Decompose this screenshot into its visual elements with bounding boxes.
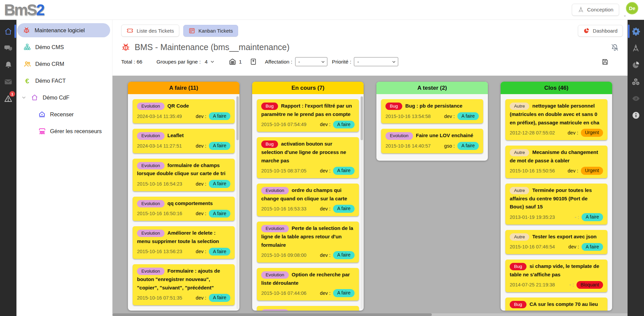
column-scrollbar-thumb[interactable] [361, 96, 363, 140]
kanban-column-body: EvolutionQR Code2024-03-14 11:35:49dev :… [128, 94, 239, 311]
save-button[interactable] [601, 58, 609, 66]
avatar-wrap: De ⌄ [626, 2, 639, 17]
horizontal-scrollbar-thumb[interactable] [112, 313, 432, 316]
sidebar-item-demo-cdf[interactable]: Démo CdF [16, 89, 112, 106]
ticket-card[interactable]: EvolutionAméliorer le delete : menu supp… [133, 226, 235, 259]
ticket-card[interactable]: BugRapport : l'export filtré par un para… [257, 99, 359, 132]
ticket-card[interactable]: Evolutionformulaire de champs lorsque do… [133, 159, 235, 191]
ticket-card-foot: 2015-10-16 14:40:57gso :A faire [385, 142, 479, 150]
ticket-card-head: EvolutionOption de recherche par liste d… [261, 271, 355, 287]
ticket-card[interactable]: Autrenettoyage table personnel (matricul… [505, 99, 607, 140]
pie-chart-icon [583, 28, 590, 34]
ticket-card[interactable]: Evolutionqq comportements2015-10-16 16:5… [133, 197, 235, 221]
kanban-board: A faire (11)EvolutionQR Code2024-03-14 1… [112, 76, 628, 316]
ticket-status-badge: A faire [333, 289, 355, 297]
ticket-card-foot: 2015-10-16 07:44:06dev :A faire [261, 289, 355, 297]
ticket-type-badge: Autre [510, 149, 529, 156]
ticket-card[interactable]: AutreMecanisme du changement de mot de p… [505, 146, 607, 178]
ticket-card[interactable]: EvolutionFaire une LOV enchainé2015-10-1… [381, 129, 483, 153]
gear-icon[interactable] [628, 23, 644, 40]
ticket-type-badge: Bug [510, 263, 526, 270]
dashboard-label: Dashboard [593, 28, 617, 34]
home-icon[interactable] [0, 23, 16, 40]
conception-label: Conception [587, 7, 613, 13]
ticket-card-foot: 2015-10-16 07:46:54dev :A faire [510, 243, 603, 251]
ticket-card[interactable]: AutreTester les export avec json2015-10-… [505, 230, 607, 254]
groups-per-line-select[interactable]: 4 [205, 59, 215, 65]
pie-chart-icon[interactable] [628, 56, 644, 73]
ticket-date: 2015-10-16 16:50:16 [137, 211, 182, 216]
tab-liste-des-tickets[interactable]: Liste des Tickets [121, 25, 179, 37]
column-scrollbar-thumb[interactable] [236, 96, 239, 140]
ticket-date: 2015-10-16 16:53:33 [261, 206, 307, 211]
ticket-card[interactable]: BugCA sur les compte 70 au lieu de 72013… [505, 298, 607, 311]
sidebar-item-gerer-les-recenseurs[interactable]: Gérer les recenseurs [16, 123, 112, 140]
app-logo[interactable]: BmS2 [4, 2, 44, 17]
kanban-column-body: BugBug : pb de persistance2015-10-16 13:… [376, 94, 488, 161]
bell-icon[interactable] [0, 56, 16, 73]
ticket-status-badge: A faire [582, 213, 603, 221]
dashboard-button[interactable]: Dashboard [578, 25, 623, 37]
ticket-status-badge: Urgent [581, 167, 603, 175]
sidebar-item-demo-fact[interactable]: € Démo FACT [16, 72, 112, 89]
ticket-card[interactable]: EvolutionPerte de la selection de la lig… [257, 222, 359, 263]
avatar-chevron-icon[interactable]: ⌄ [623, 13, 627, 17]
cubes-icon[interactable] [628, 73, 644, 90]
ticket-card[interactable]: Bugsi champ vide, le template de table n… [505, 260, 607, 292]
sidebar-item-demo-crm[interactable]: Démo CRM [16, 55, 112, 72]
house-census-icon [38, 110, 46, 118]
info-icon[interactable] [628, 107, 644, 124]
sidebar: Maintenance logiciel Démo CMS Démo CR [16, 20, 112, 316]
ticket-card-head: EvolutionFaire une LOV enchainé [385, 131, 479, 140]
sidebar-item-recenser[interactable]: Recenser [16, 106, 112, 123]
ticket-date: 2015-10-16 07:51:35 [137, 295, 182, 301]
ticket-card[interactable]: Bugactivation bouton sur selection d'une… [257, 137, 359, 178]
chat-icon[interactable] [0, 40, 16, 56]
add-page-button[interactable] [250, 58, 257, 65]
mail-icon[interactable] [0, 73, 16, 90]
conception-button[interactable]: Conception [572, 4, 619, 16]
ticket-card[interactable]: Evolutioncomposant bouton de commande (f… [257, 306, 359, 311]
ticket-card[interactable]: EvolutionFormulaire : ajouts de bouton "… [133, 264, 235, 305]
ticket-card-head: Bugsi champ vide, le template de table n… [510, 262, 603, 279]
alerts-icon[interactable]: 1 [0, 90, 16, 107]
compass-icon[interactable] [628, 40, 644, 56]
priorite-label: Priorité : [332, 59, 352, 65]
ticket-type-badge: Evolution [261, 271, 289, 279]
ticket-status-badge: A faire [457, 142, 479, 150]
horizontal-scrollbar[interactable] [112, 313, 628, 316]
eye-icon[interactable] [628, 90, 644, 107]
ticket-date: 2012-12-28 07:55:02 [510, 130, 555, 135]
chevron-down-icon[interactable] [21, 95, 27, 100]
ticket-card[interactable]: AutreTerminée pour toutes les affaires d… [505, 184, 607, 225]
kanban-column-2: En cours (7)BugRapport : l'export filtré… [252, 82, 364, 311]
right-rail [628, 20, 644, 316]
priorite-select[interactable]: - [354, 57, 398, 66]
ticket-card[interactable]: Evolutionordre du champs qui change quan… [257, 184, 359, 216]
ticket-card[interactable]: EvolutionLeaflet2024-03-14 11:27:51dev :… [133, 129, 235, 153]
column-scrollbar[interactable] [361, 96, 363, 309]
avatar[interactable]: De [626, 2, 638, 14]
file-plus-icon [250, 58, 257, 65]
board-layout-button[interactable]: 1 [229, 58, 242, 66]
ticket-date: 2015-10-16 15:50:56 [510, 168, 555, 173]
alerts-badge: 1 [9, 91, 15, 97]
ticket-status-badge: A faire [333, 121, 355, 129]
bell-slash-icon[interactable] [611, 43, 619, 51]
tab-kanban-tickets[interactable]: Kanban Tickets [183, 25, 238, 37]
ticket-card[interactable]: BugBug : pb de persistance2015-10-16 13:… [381, 99, 483, 123]
ticket-type-badge: Bug [261, 103, 278, 110]
ticket-card[interactable]: EvolutionOption de recherche par liste d… [257, 268, 359, 301]
groups-per-line-label: Groupes par ligne : [156, 59, 201, 65]
ticket-card-foot: 2024-03-14 11:27:51dev :A faire [137, 142, 230, 150]
ticket-card[interactable]: EvolutionQR Code2024-03-14 11:35:49dev :… [133, 99, 235, 123]
tabs-row: Liste des Tickets Kanban Tickets [121, 25, 623, 37]
sidebar-item-demo-cms[interactable]: Démo CMS [16, 39, 112, 55]
sidebar-item-maintenance-logiciel[interactable]: Maintenance logiciel [17, 23, 110, 37]
column-scrollbar[interactable] [236, 96, 239, 309]
ticket-status-badge: A faire [209, 180, 230, 188]
affectation-label: Affectation : [265, 59, 292, 65]
affectation-select[interactable]: - [295, 57, 327, 66]
bug-icon [22, 26, 31, 34]
ticket-date: 2015-10-16 13:56:23 [137, 249, 182, 254]
